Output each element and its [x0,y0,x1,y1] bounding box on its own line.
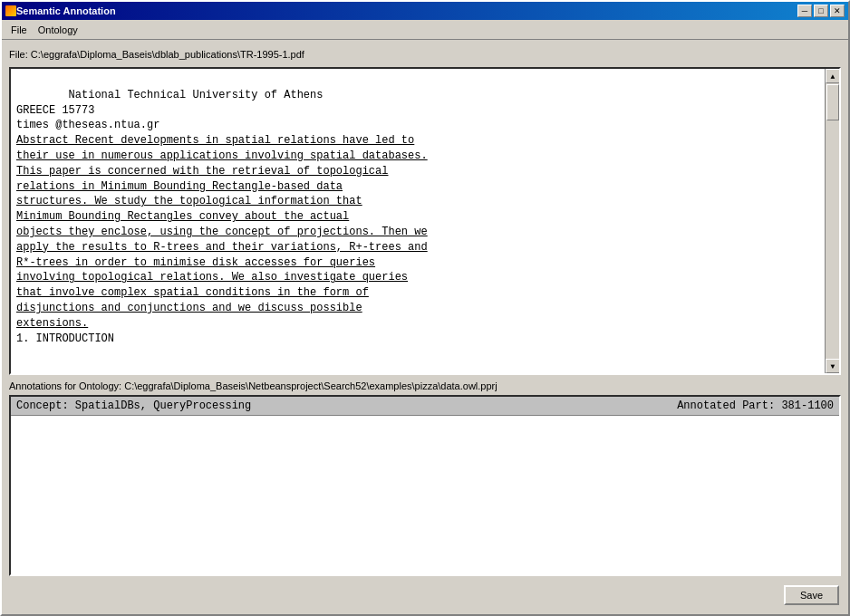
concept-label: Concept: [16,399,69,412]
bottom-bar: Save [9,582,841,607]
scroll-thumb[interactable] [826,84,839,120]
minimize-button[interactable]: ─ [797,5,812,17]
save-button[interactable]: Save [784,585,839,605]
annotations-body [11,416,839,423]
window-controls: ─ □ ✕ [797,5,845,17]
menu-bar: File Ontology [2,20,848,40]
scroll-up-button[interactable]: ▲ [826,69,840,83]
scroll-down-button[interactable]: ▼ [826,359,840,373]
annotations-section: Annotations for Ontology: C:\eggrafa\Dip… [9,380,841,576]
main-window: Semantic Annotation ─ □ ✕ File Ontology … [0,0,850,616]
menu-ontology[interactable]: Ontology [33,23,83,37]
file-path-label: File: C:\eggrafa\Diploma_Baseis\dblab_pu… [9,47,841,62]
close-button[interactable]: ✕ [830,5,845,17]
concept-value: SpatialDBs, QueryProcessing [75,399,251,412]
content-area: File: C:\eggrafa\Diploma_Baseis\dblab_pu… [2,40,848,614]
concept-label-value: Concept: SpatialDBs, QueryProcessing [16,399,251,412]
annotated-value: 381-1100 [781,399,834,412]
scroll-track[interactable] [826,83,839,359]
annotations-file-label: Annotations for Ontology: C:\eggrafa\Dip… [9,380,841,391]
document-text[interactable]: National Technical University of Athens … [11,69,825,373]
maximize-button[interactable]: □ [814,5,828,17]
annotated-label: Annotated Part: [677,399,775,412]
annotations-header: Concept: SpatialDBs, QueryProcessing Ann… [11,397,839,416]
annotations-panel: Concept: SpatialDBs, QueryProcessing Ann… [9,395,841,576]
doc-abstract: Abstract Recent developments in spatial … [16,134,428,330]
menu-file[interactable]: File [5,23,33,37]
document-panel: National Technical University of Athens … [9,67,841,375]
app-icon [5,5,16,16]
document-scrollbar[interactable]: ▲ ▼ [825,69,839,373]
annotated-label-value: Annotated Part: 381-1100 [677,399,834,412]
title-bar: Semantic Annotation ─ □ ✕ [2,2,848,20]
doc-line-0: National Technical University of Athens … [16,89,428,345]
window-title: Semantic Annotation [16,5,797,16]
